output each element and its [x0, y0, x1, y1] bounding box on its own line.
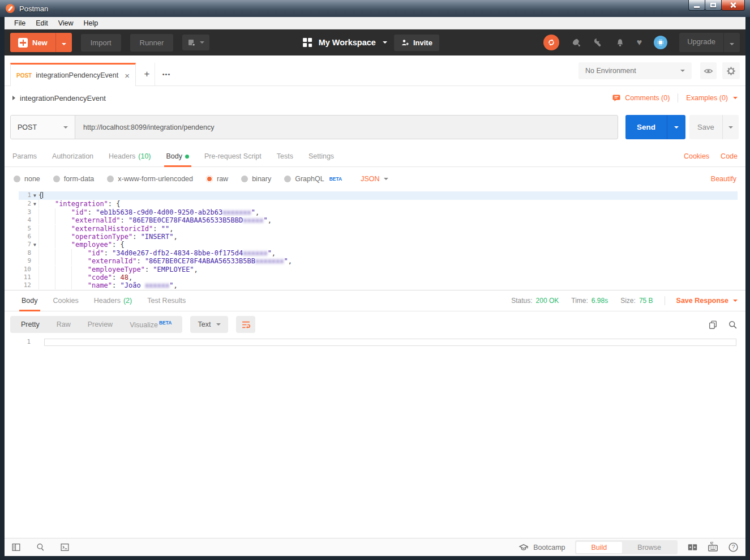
comments-icon [612, 93, 621, 102]
menu-file[interactable]: File [9, 18, 31, 28]
view-preview[interactable]: Preview [79, 320, 121, 328]
build-toggle[interactable]: Build [576, 542, 623, 553]
menu-help[interactable]: Help [79, 18, 104, 28]
import-button[interactable]: Import [81, 34, 121, 52]
url-input[interactable]: http://localhost:8099/integration/penden… [75, 116, 618, 139]
bootcamp-button[interactable]: Bootcamp [518, 542, 565, 553]
send-button[interactable]: Send [625, 115, 685, 139]
response-tab-test-results[interactable]: Test Results [147, 290, 186, 311]
add-tab-button[interactable]: + [139, 63, 155, 86]
two-pane-icon[interactable] [687, 542, 698, 553]
code-link[interactable]: Code [721, 152, 738, 160]
view-pretty[interactable]: Pretty [12, 320, 48, 328]
menu-edit[interactable]: Edit [31, 18, 53, 28]
close-button[interactable] [721, 0, 745, 11]
expand-caret-icon[interactable] [12, 96, 15, 100]
cookies-link[interactable]: Cookies [684, 152, 709, 160]
tab-settings[interactable]: Settings [308, 146, 334, 167]
editor-line[interactable]: 3 "id": "eb1b5638-c9d0-4d00-9250-ab2b63x… [19, 208, 738, 216]
mode-graphql[interactable]: GraphQLBETA [284, 175, 342, 183]
chevron-down-icon[interactable] [383, 41, 387, 44]
sidebar-toggle-icon[interactable] [11, 542, 21, 552]
tab-pre-request-script[interactable]: Pre-request Script [204, 146, 262, 167]
examples-dropdown[interactable]: Examples (0) [686, 94, 728, 102]
workspace-switcher[interactable]: My Workspace [319, 38, 376, 47]
editor-line[interactable]: 4 "externalId": "86E7BE0CE78F4ABAA56533B… [19, 216, 738, 224]
time-label: Time: [571, 297, 588, 305]
minimize-button[interactable] [688, 0, 705, 11]
editor-line[interactable]: 7▼ "employee": { [19, 241, 738, 249]
tab-authorization[interactable]: Authorization [52, 146, 93, 167]
find-icon[interactable] [36, 542, 45, 552]
environment-quick-look-button[interactable] [700, 62, 717, 79]
editor-line[interactable]: 1▼{ [19, 191, 738, 200]
console-icon[interactable] [60, 542, 70, 552]
beautify-link[interactable]: Beautify [711, 175, 736, 183]
editor-line[interactable]: 9 "externalId": "86E7BE0CE78F4ABAA56533B… [19, 257, 738, 265]
save-button[interactable]: Save [689, 115, 739, 139]
chevron-down-icon [62, 43, 66, 45]
response-format-selector[interactable]: Text [190, 316, 228, 333]
new-window-button[interactable] [182, 35, 209, 50]
browse-toggle[interactable]: Browse [622, 542, 676, 553]
save-response-button[interactable]: Save Response [676, 297, 738, 305]
response-tab-body[interactable]: Body [22, 290, 38, 311]
mode-raw[interactable]: raw [206, 175, 228, 183]
mode-form-data[interactable]: form-data [53, 175, 95, 183]
tab-body[interactable]: Body [166, 146, 190, 167]
more-tabs-button[interactable]: ••• [156, 63, 177, 86]
maximize-button[interactable] [705, 0, 722, 11]
view-visualize[interactable]: VisualizeBETA [121, 320, 180, 329]
capture-requests-icon[interactable] [571, 37, 581, 48]
request-tab[interactable]: POST integrationPendencyEvent × [10, 63, 136, 86]
fold-caret-icon[interactable]: ▼ [31, 200, 38, 208]
wrap-text-button[interactable] [236, 316, 255, 333]
settings-wrench-icon[interactable] [593, 37, 603, 48]
view-raw[interactable]: Raw [48, 320, 79, 328]
upgrade-dropdown-button[interactable] [723, 33, 740, 52]
tab-headers[interactable]: Headers (10) [109, 146, 151, 167]
editor-line[interactable]: 2▼ "integration": { [19, 200, 738, 208]
editor-line[interactable]: 10 "employeeType": "EMPLOYEE", [19, 266, 738, 273]
keyboard-shortcuts-icon[interactable] [708, 542, 718, 553]
invite-button[interactable]: Invite [394, 35, 439, 51]
notifications-bell-icon[interactable] [615, 38, 625, 48]
mode-binary[interactable]: binary [241, 175, 271, 183]
mode-urlencoded[interactable]: x-www-form-urlencoded [107, 175, 193, 183]
environment-selector[interactable]: No Environment [578, 62, 692, 79]
new-dropdown-button[interactable] [55, 33, 72, 52]
editor-line[interactable]: 6 "operationType": "INSERT", [19, 233, 738, 241]
avatar[interactable] [654, 36, 667, 49]
radio-icon [284, 176, 291, 182]
fold-caret-icon[interactable]: ▼ [31, 241, 38, 249]
menu-view[interactable]: View [53, 18, 79, 28]
request-url-row: POST http://localhost:8099/integration/p… [5, 115, 745, 139]
response-tab-cookies[interactable]: Cookies [53, 290, 79, 311]
send-dropdown-button[interactable] [667, 115, 685, 139]
mode-none[interactable]: none [14, 175, 40, 183]
close-tab-icon[interactable]: × [125, 71, 130, 80]
save-dropdown-button[interactable] [722, 115, 739, 139]
editor-line[interactable]: 12 "name": "João xxxxxx", [19, 281, 738, 289]
editor-line[interactable]: 5 "externalHistoricId": "", [19, 225, 738, 233]
new-button[interactable]: New [10, 33, 72, 52]
editor-line[interactable]: 11 "code": 48, [19, 273, 738, 281]
heart-icon[interactable]: ♥ [637, 38, 642, 47]
response-tab-headers[interactable]: Headers (2) [94, 290, 132, 311]
runner-button[interactable]: Runner [130, 34, 174, 52]
editor-line[interactable]: 8 "id": "34d0e267-dfb2-4834-8bbe-0f175d4… [19, 249, 738, 257]
environment-settings-button[interactable] [722, 62, 740, 79]
response-empty-line[interactable] [44, 339, 736, 346]
comments-link[interactable]: Comments (0) [625, 94, 670, 102]
content-type-selector[interactable]: JSON [361, 175, 388, 183]
search-icon[interactable] [728, 320, 738, 330]
copy-icon[interactable] [708, 320, 718, 330]
tab-tests[interactable]: Tests [277, 146, 293, 167]
request-body-editor[interactable]: 1▼{2▼ "integration": {3 "id": "eb1b5638-… [19, 191, 738, 289]
upgrade-button[interactable]: Upgrade [679, 33, 740, 52]
sync-button[interactable] [543, 35, 559, 50]
tab-params[interactable]: Params [12, 146, 37, 167]
method-selector[interactable]: POST [11, 116, 75, 139]
help-icon[interactable]: ? [728, 542, 739, 553]
fold-caret-icon[interactable]: ▼ [31, 191, 38, 200]
